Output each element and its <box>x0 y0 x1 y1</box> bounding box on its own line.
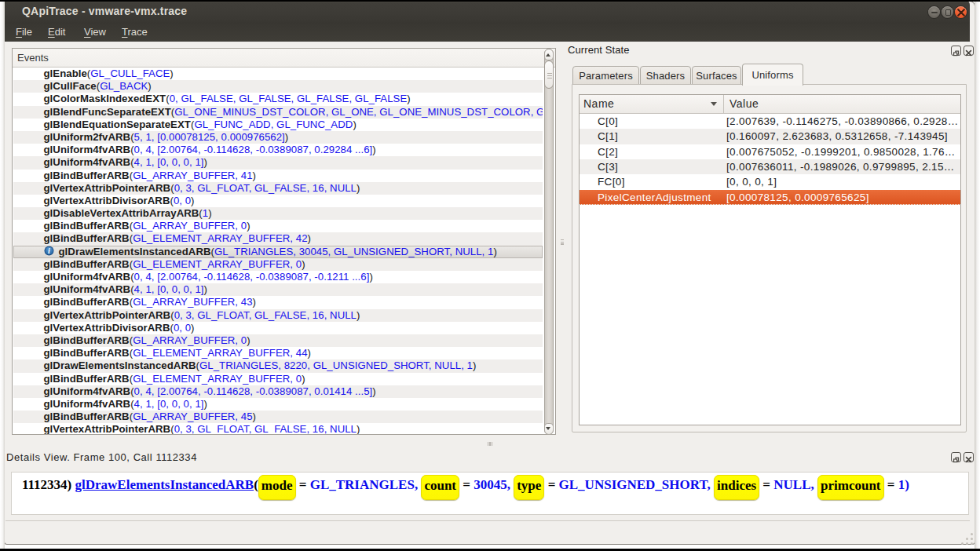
svg-text:i: i <box>48 246 50 255</box>
